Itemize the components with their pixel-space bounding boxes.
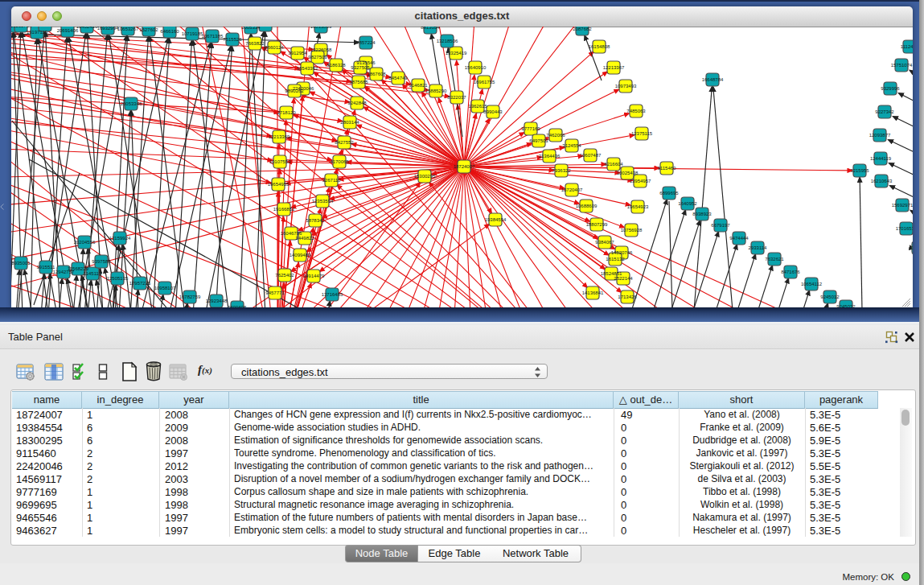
svg-text:17016534: 17016534 bbox=[896, 226, 913, 231]
svg-text:6216604: 6216604 bbox=[604, 162, 623, 167]
svg-text:9329996: 9329996 bbox=[881, 86, 900, 91]
svg-text:2803144: 2803144 bbox=[340, 120, 359, 125]
svg-text:12375115: 12375115 bbox=[631, 131, 653, 136]
svg-text:15300295: 15300295 bbox=[414, 174, 436, 179]
svg-text:9245012: 9245012 bbox=[820, 295, 840, 299]
svg-text:9227342: 9227342 bbox=[875, 109, 894, 114]
svg-text:10654112: 10654112 bbox=[801, 282, 823, 286]
svg-text:17957225: 17957225 bbox=[129, 281, 151, 286]
svg-text:1145119: 1145119 bbox=[84, 271, 102, 276]
svg-text:18724007: 18724007 bbox=[454, 164, 475, 169]
svg-text:12213367: 12213367 bbox=[603, 65, 625, 70]
svg-text:8938923: 8938923 bbox=[692, 212, 712, 216]
svg-text:15885290: 15885290 bbox=[425, 89, 447, 93]
svg-text:16648784: 16648784 bbox=[702, 77, 724, 82]
svg-text:9245032: 9245032 bbox=[836, 304, 856, 307]
svg-text:10607487: 10607487 bbox=[580, 153, 602, 158]
svg-text:15692971: 15692971 bbox=[892, 203, 913, 208]
svg-text:9327505: 9327505 bbox=[351, 65, 370, 70]
svg-text:6899695: 6899695 bbox=[659, 191, 679, 196]
svg-text:1167536: 1167536 bbox=[910, 245, 913, 250]
svg-text:16782759: 16782759 bbox=[179, 295, 201, 299]
svg-text:1449822: 1449822 bbox=[295, 236, 314, 241]
svg-text:16961755: 16961755 bbox=[474, 80, 495, 84]
svg-text:1527602: 1527602 bbox=[139, 27, 158, 32]
svg-text:3215955: 3215955 bbox=[850, 168, 869, 173]
svg-text:14136841: 14136841 bbox=[582, 290, 604, 295]
svg-text:2087682: 2087682 bbox=[573, 27, 592, 31]
svg-text:12444119: 12444119 bbox=[870, 156, 892, 161]
svg-text:10402426: 10402426 bbox=[76, 27, 98, 29]
svg-text:21364436: 21364436 bbox=[539, 154, 561, 159]
svg-text:7632621: 7632621 bbox=[765, 257, 784, 262]
svg-text:9827503: 9827503 bbox=[308, 55, 327, 60]
svg-text:3912954: 3912954 bbox=[288, 51, 307, 56]
svg-text:7663822: 7663822 bbox=[245, 41, 265, 46]
svg-text:14520746: 14520746 bbox=[611, 250, 633, 255]
svg-text:15640910: 15640910 bbox=[465, 65, 487, 70]
svg-text:14055714: 14055714 bbox=[11, 27, 32, 28]
svg-text:2933114: 2933114 bbox=[749, 245, 768, 250]
svg-text:10671385: 10671385 bbox=[202, 34, 224, 39]
svg-text:19384554: 19384554 bbox=[485, 217, 507, 222]
svg-text:1640952: 1640952 bbox=[678, 201, 697, 206]
svg-text:9146821: 9146821 bbox=[409, 83, 428, 88]
svg-text:8471676: 8471676 bbox=[781, 270, 800, 274]
svg-text:16154808: 16154808 bbox=[589, 44, 610, 49]
svg-text:3875685: 3875685 bbox=[349, 80, 368, 84]
svg-text:7485063: 7485063 bbox=[626, 109, 646, 113]
svg-text:15751074: 15751074 bbox=[891, 63, 913, 68]
svg-text:9397586: 9397586 bbox=[92, 259, 111, 264]
svg-text:10688609: 10688609 bbox=[576, 204, 598, 208]
svg-text:8660124: 8660124 bbox=[265, 45, 284, 50]
svg-text:10719185: 10719185 bbox=[182, 31, 203, 36]
svg-text:6497503: 6497503 bbox=[529, 138, 548, 143]
svg-text:10958107: 10958107 bbox=[154, 286, 176, 290]
svg-text:9384067: 9384067 bbox=[595, 240, 614, 245]
svg-text:15720407: 15720407 bbox=[561, 187, 583, 192]
svg-text:9462733: 9462733 bbox=[256, 27, 275, 27]
svg-text:2867608: 2867608 bbox=[367, 72, 386, 76]
svg-text:10653267: 10653267 bbox=[117, 27, 139, 31]
svg-text:6466160: 6466160 bbox=[160, 29, 179, 34]
svg-text:8322037: 8322037 bbox=[447, 95, 466, 100]
svg-text:9242848: 9242848 bbox=[347, 101, 367, 105]
svg-text:9777169: 9777169 bbox=[521, 126, 540, 131]
svg-text:8454749: 8454749 bbox=[388, 76, 408, 80]
svg-text:13325419: 13325419 bbox=[446, 51, 467, 56]
svg-text:16210643: 16210643 bbox=[871, 179, 893, 183]
svg-text:19654923: 19654923 bbox=[627, 204, 649, 209]
svg-text:6679197: 6679197 bbox=[711, 223, 730, 228]
svg-text:16033809: 16033809 bbox=[310, 27, 332, 29]
svg-text:16543362: 16543362 bbox=[297, 66, 318, 71]
svg-text:19654955: 19654955 bbox=[268, 182, 290, 187]
svg-text:9699695: 9699695 bbox=[228, 305, 247, 307]
svg-text:13716485: 13716485 bbox=[322, 292, 343, 297]
svg-text:4170065: 4170065 bbox=[330, 159, 349, 164]
svg-text:1362615: 1362615 bbox=[468, 104, 487, 109]
svg-text:9457771: 9457771 bbox=[265, 290, 285, 295]
svg-text:13218506: 13218506 bbox=[437, 39, 458, 43]
svg-text:20204556: 20204556 bbox=[74, 240, 96, 245]
svg-text:10025438: 10025438 bbox=[617, 171, 639, 175]
svg-text:12942757: 12942757 bbox=[53, 270, 75, 274]
svg-text:10756928: 10756928 bbox=[621, 228, 643, 233]
svg-text:12353594: 12353594 bbox=[312, 199, 334, 204]
svg-text:7857224: 7857224 bbox=[356, 40, 376, 45]
svg-text:1112475: 1112475 bbox=[901, 44, 913, 49]
svg-text:8935001: 8935001 bbox=[11, 261, 31, 266]
svg-text:7625402: 7625402 bbox=[275, 273, 294, 278]
svg-text:8813054: 8813054 bbox=[421, 27, 440, 30]
svg-text:19197119: 19197119 bbox=[27, 30, 48, 35]
svg-text:12923448: 12923448 bbox=[206, 299, 228, 303]
svg-text:8990443: 8990443 bbox=[483, 109, 503, 114]
svg-text:13226058: 13226058 bbox=[310, 47, 332, 52]
svg-text:18807299: 18807299 bbox=[586, 222, 608, 227]
svg-text:12093877: 12093877 bbox=[869, 133, 891, 138]
svg-text:1713426: 1713426 bbox=[618, 295, 637, 299]
svg-text:3055724: 3055724 bbox=[35, 27, 55, 27]
svg-text:7515526: 7515526 bbox=[223, 37, 242, 42]
svg-text:2718120: 2718120 bbox=[277, 110, 296, 115]
svg-text:12213369: 12213369 bbox=[269, 134, 290, 139]
svg-text:2522144: 2522144 bbox=[614, 276, 633, 281]
